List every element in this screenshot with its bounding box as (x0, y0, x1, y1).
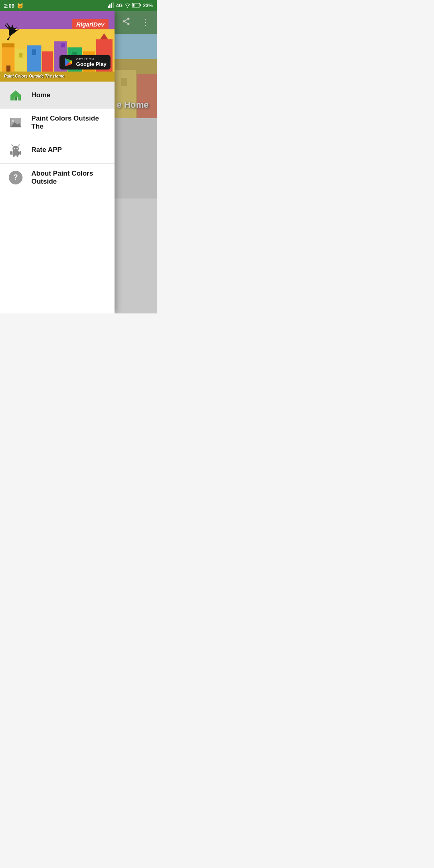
svg-point-26 (12, 146, 19, 151)
menu-item-paint-colors[interactable]: Paint Colors Outside The (0, 109, 115, 136)
menu-item-about-label: About Paint Colors Outside (31, 170, 106, 186)
menu-item-home-label: Home (31, 91, 50, 99)
svg-rect-34 (13, 155, 15, 157)
drawer-menu: Home Paint Colors Outside The (0, 82, 115, 191)
status-left: 2:09 🐱 (4, 3, 23, 9)
menu-item-paint-label: Paint Colors Outside The (31, 115, 106, 131)
svg-rect-32 (10, 151, 12, 155)
svg-rect-5 (140, 4, 141, 6)
svg-rect-35 (16, 155, 18, 157)
question-circle: ? (9, 171, 23, 184)
svg-line-28 (18, 145, 20, 146)
notification-icon: 🐱 (17, 3, 23, 9)
svg-line-27 (12, 145, 13, 146)
network-type: 4G (116, 3, 123, 8)
svg-rect-2 (111, 3, 112, 8)
menu-item-rate-label: Rate APP (31, 146, 62, 154)
home-icon (8, 88, 23, 103)
status-right: 4G 23% (108, 2, 153, 9)
rigaridev-badge: RigariDev (72, 19, 108, 29)
svg-point-30 (16, 148, 18, 149)
svg-point-29 (14, 148, 15, 149)
time-display: 2:09 (4, 3, 14, 9)
svg-rect-0 (108, 6, 109, 8)
svg-point-25 (12, 120, 14, 122)
crow-icon (5, 21, 27, 45)
battery-icon (132, 3, 141, 9)
svg-rect-3 (113, 2, 114, 8)
signal-icon (108, 2, 114, 9)
image-icon (8, 115, 23, 130)
svg-rect-1 (109, 4, 111, 8)
android-icon (8, 142, 23, 158)
main-container: ⋮ e Home (0, 11, 157, 313)
navigation-drawer: RigariDev GET IT ON Google Play (0, 11, 115, 313)
svg-rect-31 (12, 151, 19, 156)
question-icon: ? (8, 170, 23, 185)
menu-item-rate-app[interactable]: Rate APP (0, 136, 115, 164)
battery-percent: 23% (143, 3, 153, 8)
google-play-label: Google Play (76, 61, 106, 67)
paint-text-header: Paint Colors Outside The Home (4, 74, 64, 78)
get-it-on-label: GET IT ON (76, 57, 106, 61)
svg-rect-21 (14, 97, 17, 100)
drawer-header: RigariDev GET IT ON Google Play (0, 11, 115, 82)
status-bar: 2:09 🐱 4G (0, 0, 157, 11)
google-play-badge[interactable]: GET IT ON Google Play (59, 55, 111, 70)
menu-item-home[interactable]: Home (0, 82, 115, 109)
svg-rect-33 (19, 151, 21, 155)
svg-rect-6 (133, 4, 134, 6)
menu-item-about[interactable]: ? About Paint Colors Outside (0, 164, 115, 191)
wifi-icon (125, 3, 130, 9)
